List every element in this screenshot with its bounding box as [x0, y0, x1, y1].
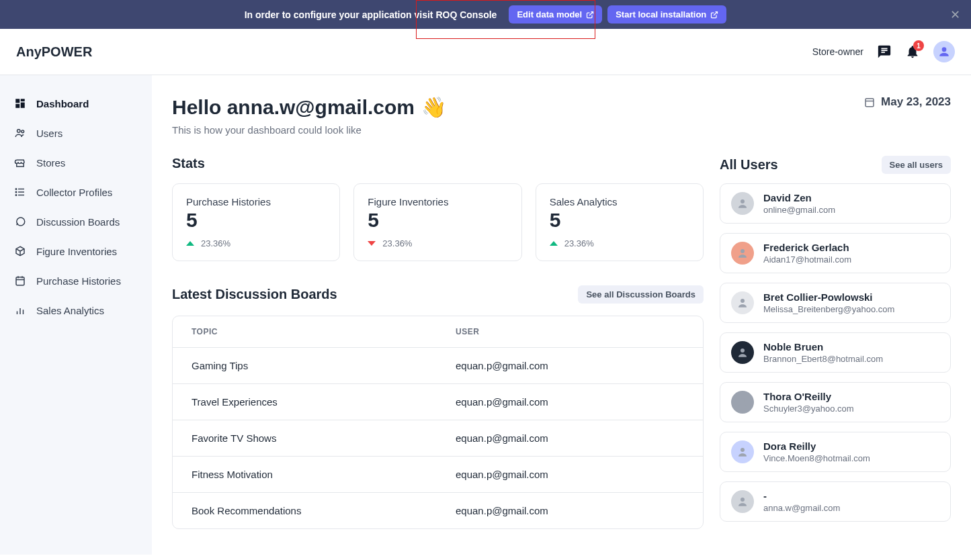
svg-point-5	[17, 130, 21, 133]
user-name: David Zen	[763, 192, 835, 203]
table-row[interactable]: Fitness Motivation equan.p@gmail.com	[173, 456, 703, 492]
user-name: -	[763, 490, 840, 502]
config-banner: In order to configure your application v…	[0, 0, 971, 29]
edit-data-model-button[interactable]: Edit data model	[509, 5, 602, 24]
sidebar-item-purchase-histories[interactable]: Purchase Histories	[0, 266, 152, 295]
user-name: Bret Collier-Powlowski	[763, 291, 894, 303]
list-icon	[13, 185, 27, 199]
calendar-icon	[13, 274, 27, 287]
users-icon	[13, 126, 27, 140]
user-avatar-icon	[731, 341, 754, 364]
svg-point-23	[741, 249, 745, 253]
current-date: May 23, 2023	[863, 95, 951, 109]
boards-table: TOPIC USER Gaming Tips equan.p@gmail.com…	[172, 316, 704, 529]
sidebar-item-stores[interactable]: Stores	[0, 148, 152, 177]
user-role: Store-owner	[812, 46, 863, 58]
sidebar-item-sales-analytics[interactable]: Sales Analytics	[0, 295, 152, 325]
trend-up-icon	[550, 241, 558, 246]
notification-badge: 1	[913, 40, 924, 51]
stat-value: 5	[186, 209, 326, 232]
user-avatar-icon	[731, 242, 754, 265]
table-row[interactable]: Book Recommendations equan.p@gmail.com	[173, 492, 703, 528]
cell-user: equan.p@gmail.com	[456, 505, 684, 516]
boards-title: Latest Discussion Boards	[172, 287, 337, 302]
external-link-icon	[710, 11, 718, 19]
table-row[interactable]: Favorite TV Shows equan.p@gmail.com	[173, 420, 703, 456]
svg-point-25	[741, 348, 745, 353]
cell-user: equan.p@gmail.com	[456, 432, 684, 444]
user-email: Vince.Moen8@hotmail.com	[763, 453, 870, 463]
see-all-users-button[interactable]: See all users	[882, 156, 952, 174]
user-email: online@gmail.com	[763, 205, 835, 215]
user-card[interactable]: Dora Reilly Vince.Moen8@hotmail.com	[720, 432, 951, 472]
page-subtitle: This is how your dashboard could look li…	[172, 124, 446, 136]
svg-point-26	[741, 398, 745, 402]
cell-topic: Fitness Motivation	[192, 469, 456, 480]
sidebar-item-figure-inventories[interactable]: Figure Inventories	[0, 236, 152, 266]
external-link-icon	[586, 11, 594, 19]
user-email: Melissa_Breitenberg@yahoo.com	[763, 304, 894, 314]
sidebar-item-collector-profiles[interactable]: Collector Profiles	[0, 177, 152, 207]
svg-point-10	[15, 189, 17, 190]
svg-point-27	[741, 448, 745, 452]
trend-down-icon	[368, 241, 376, 246]
svg-point-0	[942, 47, 947, 52]
user-card[interactable]: Frederick Gerlach Aidan17@hotmail.com	[720, 233, 951, 273]
close-icon[interactable]: ✕	[950, 7, 960, 22]
notifications-button[interactable]: 1	[905, 44, 920, 59]
table-row[interactable]: Gaming Tips equan.p@gmail.com	[173, 347, 703, 383]
svg-rect-4	[15, 104, 19, 108]
dashboard-icon	[13, 97, 27, 110]
see-all-boards-button[interactable]: See all Discussion Boards	[578, 285, 704, 304]
store-icon	[13, 156, 27, 169]
stat-value: 5	[368, 209, 507, 232]
banner-text: In order to configure your application v…	[245, 9, 497, 20]
chat-bubble-icon	[13, 215, 27, 228]
svg-point-28	[741, 498, 745, 502]
sidebar-item-users[interactable]: Users	[0, 118, 152, 148]
user-name: Frederick Gerlach	[763, 242, 851, 253]
app-logo: AnyPOWER	[16, 44, 92, 60]
stat-change: 23.36%	[368, 238, 507, 248]
stat-label: Purchase Histories	[186, 196, 326, 207]
calendar-icon	[863, 96, 876, 108]
stat-label: Sales Analytics	[550, 196, 689, 207]
svg-point-24	[741, 299, 745, 303]
user-avatar-icon	[731, 391, 754, 414]
start-local-installation-button[interactable]: Start local installation	[607, 5, 726, 24]
svg-rect-1	[15, 99, 19, 103]
svg-rect-3	[21, 103, 25, 108]
user-card[interactable]: Bret Collier-Powlowski Melissa_Breitenbe…	[720, 283, 951, 323]
wave-icon: 👋	[421, 95, 446, 119]
svg-rect-20	[866, 99, 874, 107]
stat-change: 23.36%	[186, 238, 326, 248]
user-name: Noble Bruen	[763, 341, 883, 353]
cell-user: equan.p@gmail.com	[456, 360, 684, 371]
table-row[interactable]: Travel Experiences equan.p@gmail.com	[173, 383, 703, 420]
svg-rect-2	[21, 99, 25, 101]
stats-title: Stats	[172, 156, 704, 171]
user-avatar-icon	[731, 490, 754, 513]
stat-card[interactable]: Purchase Histories 5 23.36%	[172, 183, 340, 261]
header: AnyPOWER Store-owner 1	[0, 29, 971, 75]
svg-point-6	[22, 130, 24, 133]
col-header-topic: TOPIC	[192, 327, 456, 336]
stat-card[interactable]: Figure Inventories 5 23.36%	[353, 183, 521, 261]
user-card[interactable]: - anna.w@gmail.com	[720, 481, 951, 522]
user-card[interactable]: Noble Bruen Brannon_Ebert8@hotmail.com	[720, 332, 951, 373]
user-email: Brannon_Ebert8@hotmail.com	[763, 354, 883, 364]
sidebar-item-discussion-boards[interactable]: Discussion Boards	[0, 207, 152, 236]
user-card[interactable]: Thora O'Reilly Schuyler3@yahoo.com	[720, 382, 951, 422]
sidebar-item-dashboard[interactable]: Dashboard	[0, 89, 152, 118]
box-icon	[13, 244, 27, 258]
user-avatar[interactable]	[933, 41, 955, 62]
messages-button[interactable]	[877, 44, 892, 59]
stat-label: Figure Inventories	[368, 196, 507, 207]
page-title: Hello anna.w@gmail.com 👋	[172, 95, 446, 119]
chart-icon	[13, 304, 27, 317]
svg-rect-13	[16, 277, 24, 285]
stat-card[interactable]: Sales Analytics 5 23.36%	[536, 183, 704, 261]
users-title: All Users	[720, 157, 778, 173]
user-name: Dora Reilly	[763, 440, 870, 452]
user-card[interactable]: David Zen online@gmail.com	[720, 183, 951, 224]
